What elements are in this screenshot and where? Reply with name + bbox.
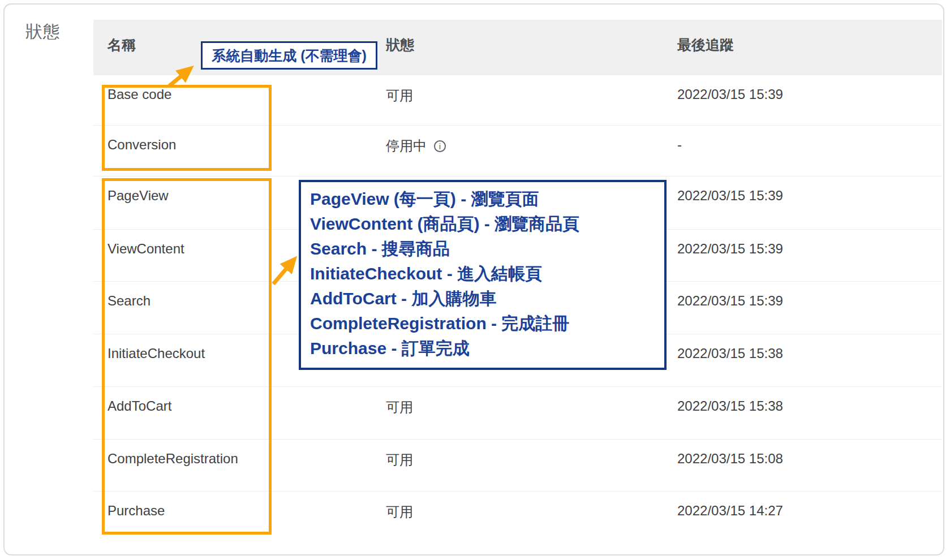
event-last-tracked: 2022/03/15 15:39 — [663, 282, 942, 334]
event-last-tracked: 2022/03/15 15:39 — [663, 230, 942, 281]
event-last-tracked: 2022/03/15 15:38 — [663, 387, 942, 439]
event-last-tracked: 2022/03/15 15:08 — [663, 440, 942, 491]
event-status: 可用 — [372, 440, 663, 491]
event-last-tracked: - — [663, 126, 942, 176]
event-description-line: Purchase - 訂單完成 — [310, 336, 659, 361]
info-icon[interactable]: i — [434, 140, 446, 152]
page-section-label: 狀態 — [25, 20, 61, 44]
event-status: 可用 — [372, 387, 663, 439]
event-description-line: AddToCart - 加入購物車 — [310, 286, 659, 311]
event-status-text: 停用中 — [386, 137, 427, 155]
event-last-tracked: 2022/03/15 15:38 — [663, 334, 942, 386]
event-last-tracked: 2022/03/15 15:39 — [663, 75, 942, 125]
annotation-event-descriptions: PageView (每一頁) - 瀏覽頁面 ViewContent (商品頁) … — [299, 180, 667, 370]
event-last-tracked: 2022/03/15 14:27 — [663, 492, 942, 542]
highlight-box-standard-events — [102, 178, 272, 535]
event-status: 可用 — [372, 75, 663, 125]
event-description-line: ViewContent (商品頁) - 瀏覽商品頁 — [310, 212, 659, 236]
event-status: 停用中 i — [372, 126, 663, 176]
column-header-last-tracked: 最後追蹤 — [663, 36, 942, 54]
event-status: 可用 — [372, 492, 663, 542]
highlight-box-base-code-conversion — [102, 85, 272, 171]
event-description-line: CompleteRegistration - 完成註冊 — [310, 311, 659, 336]
event-description-line: PageView (每一頁) - 瀏覽頁面 — [310, 187, 659, 212]
event-last-tracked: 2022/03/15 15:39 — [663, 176, 942, 229]
annotation-auto-generated-note: 系統自動生成 (不需理會) — [201, 41, 377, 70]
event-description-line: InitiateCheckout - 進入結帳頁 — [310, 261, 659, 286]
column-header-status: 狀態 — [372, 36, 663, 54]
event-description-line: Search - 搜尋商品 — [310, 236, 659, 261]
